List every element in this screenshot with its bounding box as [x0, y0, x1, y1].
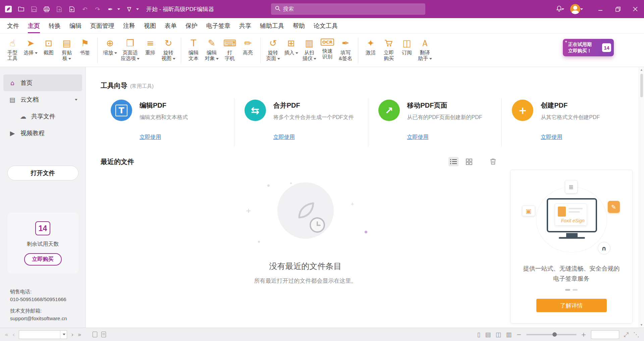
ribbon-tool-subscribe[interactable]: ◫ 订阅 — [398, 35, 416, 66]
menu-protect[interactable]: 保护 — [185, 18, 198, 33]
sidebar-item-video-tutorials[interactable]: ▶ 视频教程 — [3, 125, 82, 141]
customize-dropdown-caret[interactable] — [136, 8, 139, 10]
sidebar-item-home[interactable]: ⌂ 首页 — [3, 74, 82, 91]
zoom-slider[interactable] — [526, 334, 577, 335]
ribbon-tool-reflow[interactable]: ≡ 重排 — [141, 35, 159, 66]
ribbon-tool-hand[interactable]: ☝ 手型 工具 — [3, 35, 21, 66]
cloud-docs-caret[interactable] — [75, 99, 77, 101]
ribbon-tool-highlight[interactable]: ✏ 高亮 — [239, 35, 257, 66]
ribbon-tool-quick-ocr[interactable]: OCR 快速 识别 — [318, 35, 336, 66]
page-number-box[interactable] — [19, 330, 67, 339]
open-file-icon[interactable] — [17, 5, 25, 13]
search-input[interactable] — [283, 6, 421, 12]
zoom-slider-thumb[interactable] — [552, 332, 557, 337]
scroll-down-icon[interactable]: ▼ — [640, 322, 643, 328]
ribbon-tool-translate[interactable]: Ａ 翻译 助手 — [416, 35, 434, 66]
continuous-view-icon[interactable]: ▤ — [485, 332, 491, 338]
account-caret[interactable] — [580, 8, 583, 10]
redo-icon[interactable]: ↷ — [94, 5, 101, 13]
zoom-in-button[interactable]: + — [581, 332, 586, 338]
book-view-icon[interactable]: ▥ — [506, 332, 512, 338]
notifications-caret[interactable] — [561, 8, 564, 10]
page-number-dropdown[interactable] — [60, 331, 67, 339]
insert-caret[interactable] — [296, 52, 298, 54]
ribbon-tool-edit-text[interactable]: T 编辑 文本 — [184, 35, 203, 66]
open-file-button[interactable]: 打开文件 — [7, 166, 78, 180]
support-email-address[interactable]: support@foxitsoftware.cn — [10, 315, 67, 322]
first-page-button[interactable]: « — [5, 332, 8, 338]
facing-view-icon[interactable]: ◫ — [495, 332, 501, 338]
translate-caret[interactable] — [429, 58, 432, 60]
ribbon-tool-snapshot[interactable]: ⊡ 截图 — [40, 35, 58, 66]
scrollbar-thumb[interactable] — [640, 74, 643, 97]
ribbon-tool-fill-sign[interactable]: ✒ 填写 &签名 — [336, 35, 355, 66]
fit-window-icon[interactable]: ⤢ — [624, 332, 629, 338]
ribbon-tool-activate[interactable]: ✦ 激活 — [362, 35, 380, 66]
ribbon-tool-edit-object[interactable]: ✎ 编辑 对象 — [203, 35, 221, 66]
menu-accessibility[interactable]: 辅助工具 — [260, 18, 284, 33]
restore-button[interactable] — [609, 0, 627, 18]
edit-pdf-use-now-link[interactable]: 立即使用 — [140, 134, 161, 141]
clipboard-caret[interactable] — [68, 58, 71, 60]
menu-help[interactable]: 帮助 — [293, 18, 305, 33]
ribbon-tool-insert[interactable]: ⊞ 插入 — [282, 35, 300, 66]
user-avatar[interactable] — [570, 4, 580, 14]
ribbon-tool-typewriter[interactable]: ⌨ 打 字机 — [221, 35, 239, 66]
ribbon-tool-buy-now[interactable]: 立即 购买 — [380, 35, 398, 66]
scroll-up-icon[interactable]: ▲ — [640, 67, 643, 72]
carousel-dots[interactable] — [565, 289, 578, 291]
ribbon-tool-bookmark[interactable]: ⚑ 书签 — [76, 35, 94, 66]
card-merge-pdf[interactable]: ⇆ 合并PDF 将多个文件合并生成一个PDF文件 立即使用 — [234, 98, 368, 147]
ribbon-tool-rotate-pages[interactable]: ↺ 旋转 页面 — [264, 35, 282, 66]
sidebar-item-shared-files[interactable]: ☁ 共享文件 — [3, 108, 82, 125]
sidebar-buy-now-button[interactable]: 立即购买 — [24, 253, 62, 266]
rotate-pages-caret[interactable] — [277, 58, 280, 60]
resize-grip-icon[interactable]: ⋱ — [633, 332, 639, 338]
signature-tool-icon[interactable]: ✒ — [107, 5, 114, 13]
menu-home[interactable]: 主页 — [28, 18, 40, 33]
minimize-button[interactable] — [592, 0, 609, 18]
ribbon-tool-select[interactable]: ➤ 选择 — [21, 35, 40, 66]
close-button[interactable] — [627, 0, 644, 18]
ribbon-tool-page-fit[interactable]: ❐ 页面适 应选项 — [119, 35, 141, 66]
menu-convert[interactable]: 转换 — [49, 18, 61, 33]
next-page-button[interactable]: › — [71, 332, 73, 338]
page-number-input[interactable] — [19, 331, 60, 339]
ribbon-tool-clipboard[interactable]: ▤ 剪贴 板 — [58, 35, 76, 66]
save-icon[interactable] — [30, 5, 38, 13]
menu-edit[interactable]: 编辑 — [69, 18, 82, 33]
zoom-level-input[interactable] — [591, 330, 619, 339]
continuous-page-layout-icon[interactable] — [101, 332, 106, 337]
menu-esign[interactable]: 电子签章 — [206, 18, 230, 33]
page-fit-caret[interactable] — [137, 58, 140, 60]
ribbon-tool-rotate-view[interactable]: ↻ 旋转 视图 — [159, 35, 177, 66]
menu-view[interactable]: 视图 — [144, 18, 156, 33]
menu-form[interactable]: 表单 — [165, 18, 177, 33]
card-move-pdf-pages[interactable]: ↗ 移动PDF页面 从已有的PDF页面创建新的PDF 立即使用 — [368, 98, 502, 147]
zoom-out-button[interactable]: − — [516, 332, 521, 338]
previous-page-button[interactable]: ‹ — [12, 332, 15, 338]
create-pdf-use-now-link[interactable]: 立即使用 — [541, 134, 562, 141]
move-pdf-pages-use-now-link[interactable]: 立即使用 — [407, 134, 429, 141]
customize-quickbar-icon[interactable]: ∇ — [125, 5, 133, 13]
menu-paper-tools[interactable]: 论文工具 — [314, 18, 338, 33]
trial-banner[interactable]: 正在试用期 立即购买！ 14 — [563, 39, 614, 56]
menu-page-management[interactable]: 页面管理 — [90, 18, 114, 33]
import-doc-icon[interactable] — [68, 5, 76, 13]
select-caret[interactable] — [35, 52, 38, 54]
zoom-caret[interactable] — [114, 52, 117, 54]
menu-share[interactable]: 共享 — [239, 18, 251, 33]
merge-pdf-use-now-link[interactable]: 立即使用 — [273, 134, 295, 141]
print-icon[interactable] — [43, 5, 50, 13]
ribbon-tool-from-scanner[interactable]: ▥ 从扫 描仪 — [300, 35, 318, 66]
menu-file[interactable]: 文件 — [7, 18, 19, 33]
grid-view-icon[interactable] — [464, 157, 474, 166]
single-page-view-icon[interactable]: ▯ — [477, 332, 480, 338]
ribbon-tool-zoom[interactable]: ⊕ 缩放 — [101, 35, 119, 66]
signature-dropdown-caret[interactable] — [117, 8, 120, 10]
edit-object-caret[interactable] — [216, 58, 219, 60]
learn-more-button[interactable]: 了解详情 — [536, 299, 607, 312]
list-view-icon[interactable] — [448, 157, 459, 166]
scanner-caret[interactable] — [314, 58, 316, 60]
sidebar-item-cloud-docs[interactable]: ▤ 云文档 — [3, 91, 82, 108]
